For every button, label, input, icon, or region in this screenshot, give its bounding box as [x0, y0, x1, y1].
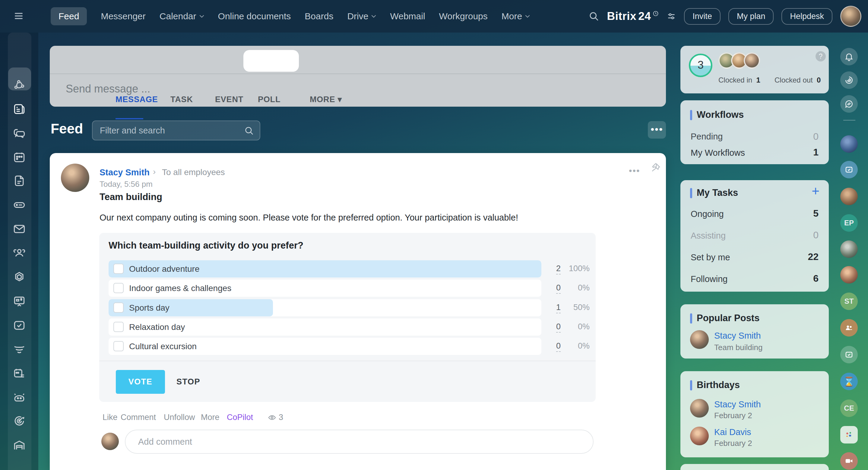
- video-call-icon[interactable]: [840, 452, 858, 470]
- sales-funnel-icon[interactable]: [13, 343, 26, 356]
- marketing-target-icon[interactable]: [13, 414, 26, 428]
- chat-badge-st[interactable]: ST: [840, 293, 858, 310]
- popular-post-title[interactable]: Team building: [714, 343, 763, 352]
- nav-more[interactable]: More: [501, 11, 530, 22]
- commenter-avatar[interactable]: [101, 433, 119, 450]
- copilot-button[interactable]: CoPilot: [227, 413, 253, 422]
- add-task-icon[interactable]: +: [809, 186, 822, 198]
- birthday-person[interactable]: Stacy Smith: [714, 400, 761, 409]
- task-row-label[interactable]: Set by me: [691, 253, 730, 262]
- tab-task[interactable]: TASK: [170, 95, 193, 104]
- chat-badge-ep[interactable]: EP: [840, 214, 858, 232]
- chat-avatar[interactable]: [840, 135, 858, 153]
- avatar[interactable]: [690, 330, 709, 349]
- messenger-icon[interactable]: [13, 127, 26, 140]
- tab-more[interactable]: MORE ▾: [310, 95, 342, 104]
- popular-post-author[interactable]: Stacy Smith: [714, 331, 761, 341]
- poll-checkbox[interactable]: [114, 264, 124, 274]
- warehouse-icon[interactable]: [13, 439, 26, 452]
- workgroups-icon[interactable]: [13, 246, 26, 260]
- nav-webmail[interactable]: Webmail: [390, 11, 425, 22]
- author-link[interactable]: Stacy Smith: [99, 168, 150, 177]
- nav-drive[interactable]: Drive: [347, 11, 376, 22]
- tab-poll[interactable]: POLL: [258, 95, 280, 104]
- pin-icon[interactable]: [651, 163, 661, 173]
- people-chat-icon[interactable]: [840, 319, 858, 337]
- calendar-icon[interactable]: [13, 150, 26, 164]
- poll-voters-count[interactable]: 0: [542, 341, 561, 351]
- avatar[interactable]: [690, 399, 709, 417]
- chat-avatar[interactable]: [840, 188, 858, 205]
- more-actions-button[interactable]: More: [201, 413, 220, 422]
- notifications-bell-icon[interactable]: [840, 48, 858, 65]
- poll-checkbox[interactable]: [114, 341, 124, 351]
- vote-button[interactable]: VOTE: [116, 370, 165, 394]
- invite-button[interactable]: Invite: [684, 8, 720, 25]
- chat-avatar[interactable]: [840, 240, 858, 258]
- poll-voters-count[interactable]: 1: [542, 303, 561, 312]
- nav-workgroups[interactable]: Workgroups: [439, 11, 488, 22]
- filter-search-input[interactable]: [99, 122, 239, 139]
- add-comment-input[interactable]: [137, 433, 573, 451]
- sliders-icon[interactable]: [666, 11, 676, 21]
- poll-checkbox[interactable]: [114, 322, 124, 332]
- poll-option[interactable]: Sports day: [108, 299, 541, 316]
- hourglass-chat-icon[interactable]: ⌛: [840, 373, 858, 390]
- crm-icon[interactable]: [13, 271, 26, 284]
- task-row-label[interactable]: Assisting: [691, 231, 726, 241]
- nav-feed[interactable]: Feed: [51, 7, 87, 25]
- search-icon[interactable]: [588, 11, 599, 22]
- my-plan-button[interactable]: My plan: [728, 8, 774, 25]
- avatar[interactable]: [744, 53, 760, 69]
- author-avatar[interactable]: [61, 164, 89, 192]
- unfollow-button[interactable]: Unfollow: [164, 413, 195, 422]
- mail-icon[interactable]: [13, 222, 26, 236]
- nav-calendar[interactable]: Calendar: [159, 11, 204, 22]
- help-icon[interactable]: ?: [815, 51, 826, 62]
- drive-icon[interactable]: [13, 198, 26, 211]
- feed-icon[interactable]: [13, 102, 26, 116]
- poll-option[interactable]: Indoor games & challenges: [108, 279, 541, 297]
- boards-icon[interactable]: [13, 295, 26, 308]
- messenger-transfer-icon[interactable]: [840, 95, 858, 113]
- task-row-label[interactable]: Following: [691, 274, 728, 284]
- chat-badge-ce[interactable]: CE: [840, 400, 858, 417]
- nav-online-documents[interactable]: Online documents: [218, 11, 291, 22]
- poll-checkbox[interactable]: [114, 302, 124, 313]
- tab-message[interactable]: MESSAGE: [116, 95, 158, 104]
- poll-checkbox[interactable]: [114, 283, 124, 293]
- helpdesk-button[interactable]: Helpdesk: [781, 8, 832, 25]
- sticker-chat-icon[interactable]: [840, 426, 858, 443]
- tasks-chat-icon[interactable]: [840, 161, 858, 178]
- avatar[interactable]: [690, 427, 709, 445]
- poll-voters-count[interactable]: 0: [542, 283, 561, 293]
- clockin-counter[interactable]: 3: [689, 54, 712, 77]
- post-menu-icon[interactable]: •••: [629, 166, 640, 176]
- nav-messenger[interactable]: Messenger: [101, 11, 145, 22]
- feed-more-button[interactable]: •••: [648, 121, 666, 139]
- documents-icon[interactable]: [13, 174, 26, 188]
- comment-button[interactable]: Comment: [121, 413, 156, 422]
- send-message-input[interactable]: Send message ...: [66, 82, 150, 95]
- tab-event[interactable]: EVENT: [215, 95, 243, 104]
- post-audience[interactable]: To all employees: [162, 168, 225, 177]
- automation-robot-icon[interactable]: [13, 391, 26, 404]
- stop-button[interactable]: STOP: [175, 370, 202, 394]
- booking-icon[interactable]: [13, 367, 26, 380]
- copilot-network-icon[interactable]: [13, 79, 26, 92]
- copilot-icon[interactable]: [840, 71, 858, 89]
- workflow-row-label[interactable]: Pending: [691, 132, 723, 142]
- poll-voters-count[interactable]: 2: [542, 264, 561, 273]
- search-icon[interactable]: [244, 126, 254, 136]
- tasks-icon[interactable]: [13, 319, 26, 332]
- poll-option[interactable]: Outdoor adventure: [108, 260, 541, 277]
- poll-option[interactable]: Relaxation day: [108, 318, 541, 336]
- tasks-chat-icon[interactable]: [840, 346, 858, 363]
- birthday-person[interactable]: Kai Davis: [714, 427, 751, 437]
- task-row-label[interactable]: Ongoing: [691, 209, 724, 219]
- chat-avatar[interactable]: [840, 266, 858, 283]
- user-avatar[interactable]: [840, 6, 861, 27]
- nav-boards[interactable]: Boards: [305, 11, 333, 22]
- like-button[interactable]: Like: [102, 413, 118, 422]
- poll-voters-count[interactable]: 0: [542, 322, 561, 331]
